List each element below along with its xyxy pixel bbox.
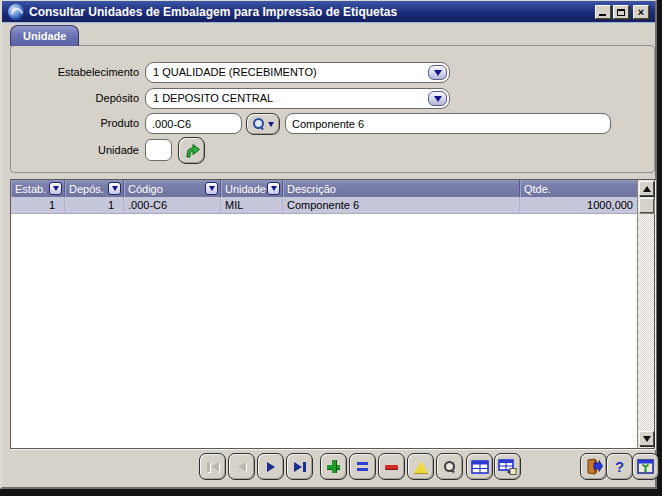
cell-codigo: .000-C6 [124, 197, 221, 213]
vertical-scrollbar[interactable] [637, 180, 654, 448]
search-button[interactable] [436, 453, 463, 480]
maximize-icon [617, 9, 625, 16]
prev-icon [238, 462, 246, 472]
scroll-up-button[interactable] [639, 181, 654, 196]
next-record-button[interactable] [257, 453, 284, 480]
chevron-down-icon[interactable] [428, 65, 447, 80]
grid-export-icon [498, 459, 517, 475]
exit-door-icon [585, 458, 603, 475]
cell-descricao: Componente 6 [283, 197, 520, 213]
chevron-down-icon [268, 122, 274, 127]
minimize-button[interactable] [595, 5, 611, 19]
scroll-down-button[interactable] [639, 431, 654, 446]
modify-button[interactable] [349, 453, 376, 480]
produto-code-input[interactable] [145, 113, 242, 134]
app-window: Consultar Unidades de Embalagem para Imp… [0, 0, 657, 489]
tab-unidade[interactable]: Unidade [10, 25, 79, 46]
deposito-select[interactable]: 1 DEPOSITO CENTRAL [145, 88, 450, 109]
estabelecimento-select[interactable]: 1 QUALIDADE (RECEBIMENTO) [145, 62, 450, 83]
maximize-button[interactable] [613, 5, 629, 19]
table-row[interactable]: 1 1 .000-C6 MIL Componente 6 1000,000 [11, 197, 637, 214]
cell-unidade: MIL [221, 197, 283, 213]
magnifier-icon [253, 118, 265, 130]
results-table: Estab. Depós. Código Unidade Descrição Q… [10, 179, 655, 449]
window-title: Consultar Unidades de Embalagem para Imp… [29, 1, 397, 23]
sort-arrow-icon[interactable] [267, 182, 280, 195]
deposito-value: 1 DEPOSITO CENTRAL [153, 92, 273, 104]
sort-arrow-icon[interactable] [108, 182, 121, 195]
chevron-down-icon[interactable] [428, 91, 447, 106]
unidade-input[interactable] [145, 139, 172, 161]
filter-panel: Estabelecimento 1 QUALIDADE (RECEBIMENTO… [10, 45, 655, 173]
arrow-up-icon [643, 186, 651, 192]
deposito-label: Depósito [11, 88, 139, 109]
sort-arrow-icon[interactable] [49, 182, 62, 195]
delete-button[interactable] [378, 453, 405, 480]
question-icon: ? [615, 459, 624, 474]
program-window-icon [637, 459, 654, 474]
equals-icon [357, 462, 368, 471]
title-bar: Consultar Unidades de Embalagem para Imp… [2, 1, 655, 23]
first-record-button[interactable] [199, 453, 226, 480]
cell-estab: 1 [11, 197, 65, 213]
warning-triangle-icon [414, 461, 428, 473]
produto-label: Produto [11, 113, 139, 134]
produto-lookup-button[interactable] [246, 113, 280, 135]
column-header-depos[interactable]: Depós. [65, 180, 124, 197]
prev-record-button[interactable] [228, 453, 255, 480]
sort-arrow-icon[interactable] [205, 182, 218, 195]
scrollbar-thumb[interactable] [639, 198, 654, 213]
estabelecimento-label: Estabelecimento [11, 62, 139, 83]
exit-button[interactable] [580, 453, 607, 480]
cell-qtde: 1000,000 [520, 197, 637, 213]
column-header-codigo[interactable]: Código [124, 180, 221, 197]
arrow-down-icon [643, 436, 651, 442]
column-header-descricao[interactable]: Descrição [283, 180, 520, 197]
unidade-label: Unidade [11, 140, 139, 161]
help-button[interactable]: ? [606, 453, 633, 480]
estabelecimento-value: 1 QUALIDADE (RECEBIMENTO) [153, 66, 317, 78]
table-header-row: Estab. Depós. Código Unidade Descrição Q… [11, 180, 637, 197]
cell-depos: 1 [65, 197, 124, 213]
grid-export-button[interactable] [494, 453, 521, 480]
grid-icon [471, 460, 489, 474]
column-header-estab[interactable]: Estab. [11, 180, 65, 197]
close-button[interactable]: × [633, 5, 649, 19]
minimize-icon [599, 14, 606, 16]
column-header-qtde[interactable]: Qtde. [520, 180, 637, 197]
go-arrow-icon [182, 141, 201, 160]
minus-icon [385, 465, 398, 469]
column-header-unidade[interactable]: Unidade [221, 180, 283, 197]
produto-description-input[interactable] [285, 113, 611, 134]
grid-view-button[interactable] [466, 453, 493, 480]
app-icon [8, 4, 24, 20]
first-icon [207, 462, 219, 472]
add-button[interactable] [320, 453, 347, 480]
program-info-button[interactable] [632, 453, 659, 480]
magnifier-icon [444, 461, 456, 473]
last-record-button[interactable] [286, 453, 313, 480]
undo-button[interactable] [407, 453, 434, 480]
next-icon [267, 462, 275, 472]
last-icon [294, 462, 306, 472]
plus-icon [327, 460, 340, 473]
execute-button[interactable] [178, 137, 205, 164]
